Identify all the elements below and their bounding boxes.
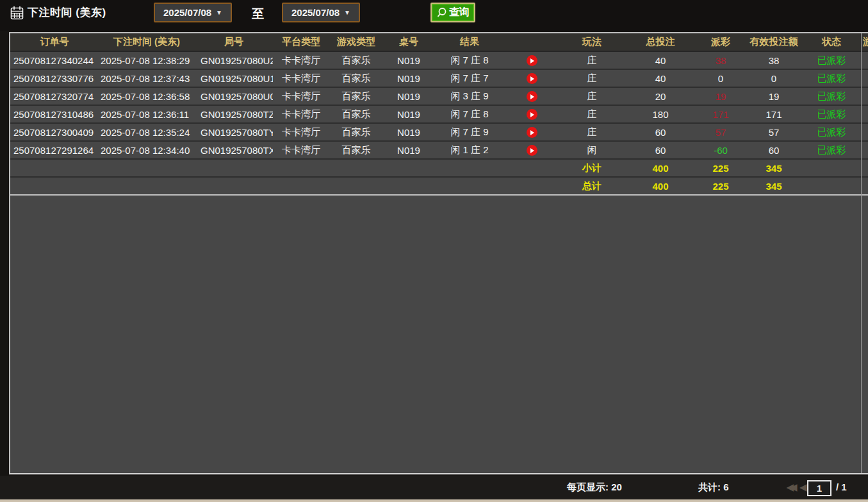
- cell-bet-time: 2025-07-08 12:38:29: [99, 51, 195, 69]
- cell-result: 闲 7 庄 8: [434, 51, 505, 69]
- cell-payout: -60: [696, 141, 746, 159]
- cell-round-id: GN019257080U2: [195, 51, 273, 69]
- cell-order-id: 250708127330776: [10, 69, 99, 87]
- query-button[interactable]: 查询: [430, 3, 475, 22]
- cell-game-type: 百家乐: [329, 141, 383, 159]
- cell-game-type: 百家乐: [329, 69, 383, 87]
- search-icon: [436, 7, 447, 19]
- window-bottom-edge: [0, 499, 868, 502]
- subtotal-status-empty: [802, 159, 861, 177]
- subtotal-total-bet: 400: [625, 159, 696, 177]
- subtotal-game-empty: [861, 159, 868, 177]
- cell-total-bet: 180: [625, 105, 696, 123]
- subtotal-row: 小计 400 225 345: [10, 159, 868, 177]
- cell-bet-time: 2025-07-08 12:37:43: [99, 69, 195, 87]
- cell-status: 已派彩: [802, 141, 861, 159]
- frozen-column-divider: [861, 33, 862, 473]
- cell-status: 已派彩: [802, 123, 861, 141]
- cell-total-bet: 40: [625, 51, 696, 69]
- cell-round-id: GN019257080TZ: [195, 105, 273, 123]
- subtotal-payout: 225: [696, 159, 746, 177]
- prev-page-button[interactable]: ◀: [799, 481, 807, 494]
- grand-total-payout: 225: [696, 177, 746, 195]
- header-bet-time: 下注时间 (美东): [99, 33, 195, 51]
- table-row: 250708127340244 2025-07-08 12:38:29 GN01…: [10, 51, 868, 69]
- header-table-no: 桌号: [383, 33, 434, 51]
- cell-game-clipped: [861, 105, 868, 123]
- cell-status: 已派彩: [802, 69, 861, 87]
- cell-round-id: GN019257080U0: [195, 87, 273, 105]
- play-video-icon[interactable]: [527, 109, 537, 120]
- play-video-icon[interactable]: [527, 73, 537, 84]
- grand-total-status-empty: [802, 177, 861, 195]
- play-video-icon[interactable]: [527, 91, 537, 102]
- play-video-icon[interactable]: [527, 55, 537, 66]
- cell-platform: 卡卡湾厅: [273, 87, 329, 105]
- cell-valid-bet: 171: [746, 105, 802, 123]
- grand-total-row: 总计 400 225 345: [10, 177, 868, 195]
- cell-valid-bet: 19: [746, 87, 802, 105]
- date-to-select[interactable]: 2025/07/08 ▼: [282, 3, 360, 22]
- cell-order-id: 250708127310486: [10, 105, 99, 123]
- cell-status: 已派彩: [802, 87, 861, 105]
- cell-bet-time: 2025-07-08 12:35:24: [99, 123, 195, 141]
- cell-payout: 19: [696, 87, 746, 105]
- total-count-label: 共计: 6: [698, 481, 729, 494]
- date-from-select[interactable]: 2025/07/08 ▼: [154, 3, 232, 22]
- cell-result: 闲 7 庄 8: [434, 105, 505, 123]
- cell-order-id: 250708127340244: [10, 51, 99, 69]
- cell-platform: 卡卡湾厅: [273, 141, 329, 159]
- cell-game-type: 百家乐: [329, 87, 383, 105]
- header-result: 结果: [434, 33, 505, 51]
- cell-table-no: N019: [383, 69, 434, 87]
- cell-total-bet: 60: [625, 141, 696, 159]
- records-table-container: 订单号 下注时间 (美东) 局号 平台类型 游戏类型 桌号 结果 玩法 总投注 …: [9, 32, 868, 474]
- cell-result: 闲 3 庄 9: [434, 87, 505, 105]
- cell-status: 已派彩: [802, 51, 861, 69]
- cell-play-type: 庄: [559, 87, 625, 105]
- cell-bet-time: 2025-07-08 12:34:40: [99, 141, 195, 159]
- cell-play-type: 庄: [559, 51, 625, 69]
- header-video: [505, 33, 559, 51]
- cell-total-bet: 40: [625, 69, 696, 87]
- cell-valid-bet: 57: [746, 123, 802, 141]
- table-header-row: 订单号 下注时间 (美东) 局号 平台类型 游戏类型 桌号 结果 玩法 总投注 …: [10, 33, 868, 51]
- cell-order-id: 250708127320774: [10, 87, 99, 105]
- cell-game-clipped: [861, 123, 868, 141]
- header-total-bet: 总投注: [625, 33, 696, 51]
- cell-bet-time: 2025-07-08 12:36:58: [99, 87, 195, 105]
- table-row: 250708127310486 2025-07-08 12:36:11 GN01…: [10, 105, 868, 123]
- cell-total-bet: 20: [625, 87, 696, 105]
- cell-play-type: 庄: [559, 123, 625, 141]
- play-video-icon[interactable]: [527, 127, 537, 138]
- betting-records-screen: 下注时间 (美东) 2025/07/08 ▼ 至 2025/07/08 ▼ 查询: [0, 0, 868, 502]
- cell-result: 闲 7 庄 9: [434, 123, 505, 141]
- subtotal-spacer: [10, 159, 559, 177]
- cell-payout: 171: [696, 105, 746, 123]
- grand-total-total-bet: 400: [625, 177, 696, 195]
- table-row: 250708127330776 2025-07-08 12:37:43 GN01…: [10, 69, 868, 87]
- cell-platform: 卡卡湾厅: [273, 123, 329, 141]
- cell-play-type: 庄: [559, 105, 625, 123]
- date-to-value: 2025/07/08: [291, 7, 340, 18]
- cell-status: 已派彩: [802, 105, 861, 123]
- chevron-down-icon: ▼: [216, 9, 222, 16]
- records-table: 订单号 下注时间 (美东) 局号 平台类型 游戏类型 桌号 结果 玩法 总投注 …: [10, 33, 868, 196]
- date-from-value: 2025/07/08: [163, 7, 211, 18]
- play-video-icon[interactable]: [527, 145, 537, 156]
- subtotal-label: 小计: [559, 159, 625, 177]
- page-number-input[interactable]: [807, 480, 831, 496]
- cell-game-clipped: [861, 141, 868, 159]
- first-page-button[interactable]: ◀◀: [782, 481, 798, 494]
- cell-video: [505, 141, 559, 159]
- cell-valid-bet: 60: [746, 141, 802, 159]
- cell-valid-bet: 38: [746, 51, 802, 69]
- pagination-bar: 每页显示: 20 共计: 6 ◀◀ ◀ / 1: [0, 476, 868, 499]
- cell-game-type: 百家乐: [329, 51, 383, 69]
- cell-round-id: GN019257080TY: [195, 123, 273, 141]
- cell-platform: 卡卡湾厅: [273, 69, 329, 87]
- cell-order-id: 250708127291264: [10, 141, 99, 159]
- bet-time-filter-label-group: 下注时间 (美东): [10, 5, 106, 20]
- subtotal-valid-bet: 345: [746, 159, 802, 177]
- cell-table-no: N019: [383, 87, 434, 105]
